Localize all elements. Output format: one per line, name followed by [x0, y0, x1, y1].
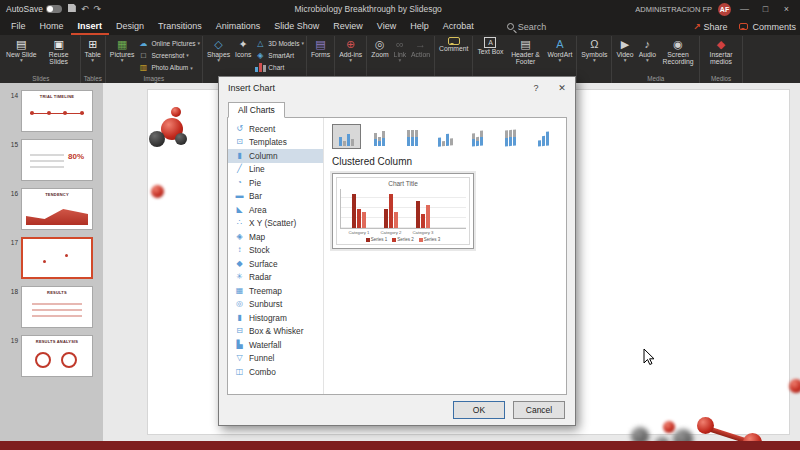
chart-type-area[interactable]: ◣Area: [228, 203, 323, 217]
subtype-stacked-column[interactable]: [365, 124, 394, 149]
chart-type-templates[interactable]: ⊡Templates: [228, 136, 323, 150]
ok-button[interactable]: OK: [453, 401, 505, 419]
chart-type-treemap[interactable]: ▦Treemap: [228, 284, 323, 298]
ribbon-button-shapes[interactable]: ◇Shapes▾: [205, 36, 232, 75]
chart-type-funnel[interactable]: ▽Funnel: [228, 352, 323, 366]
chart-type-bar[interactable]: ▬Bar: [228, 190, 323, 204]
undo-icon[interactable]: ↶: [81, 4, 89, 14]
chart-type-label: Sunburst: [249, 299, 282, 310]
chart-preview[interactable]: Chart Title Category 1Category 2Category…: [332, 173, 474, 249]
chart-type-pie[interactable]: ◔Pie: [228, 176, 323, 190]
ribbon-button-header-footer[interactable]: ▤Header & Footer: [507, 36, 545, 75]
subtype-100%-stacked-column[interactable]: [398, 124, 427, 149]
comments-button[interactable]: Comments: [739, 22, 796, 32]
ribbon-button-3d-models[interactable]: △3D Models▾: [254, 39, 304, 48]
ribbon-button-new-slide[interactable]: ▤New Slide▾: [4, 36, 39, 75]
3d-models-icon: △: [254, 39, 266, 48]
ribbon-tab-transitions[interactable]: Transitions: [151, 18, 209, 35]
chart-type-stock[interactable]: ↕Stock: [228, 244, 323, 258]
ribbon-tab-review[interactable]: Review: [326, 18, 370, 35]
preview-category-label: Category 1: [347, 230, 371, 235]
chart-type-sunburst[interactable]: ◎Sunburst: [228, 298, 323, 312]
avatar[interactable]: AF: [718, 3, 731, 16]
dialog-close-icon[interactable]: ✕: [549, 77, 575, 99]
dialog-title-bar[interactable]: Insert Chart ? ✕: [219, 77, 575, 99]
search-box[interactable]: Search: [507, 18, 547, 35]
subtype-3d-stacked-column[interactable]: [463, 124, 492, 149]
minimize-icon[interactable]: —: [737, 4, 752, 14]
ribbon-button-reuse-slides[interactable]: ▣Reuse Slides: [40, 36, 78, 75]
ribbon-button-photo-album[interactable]: ▥Photo Album▾: [137, 63, 200, 72]
ribbon-tab-insert[interactable]: Insert: [71, 18, 110, 35]
close-icon[interactable]: ×: [779, 4, 794, 14]
chart-type-surface[interactable]: ◆Surface: [228, 257, 323, 271]
cancel-button[interactable]: Cancel: [513, 401, 565, 419]
restore-icon[interactable]: □: [758, 4, 773, 14]
chart-type-label: Treemap: [249, 286, 282, 297]
radar-icon: ✳: [235, 272, 244, 283]
slide-thumbnail-15[interactable]: 80%: [21, 139, 93, 181]
ribbon-button-screen-recording[interactable]: ◉Screen Recording: [659, 36, 697, 75]
ribbon-tab-view[interactable]: View: [370, 18, 403, 35]
ribbon-button-smartart[interactable]: ◈SmartArt: [254, 51, 304, 60]
shapes-icon: ◇: [213, 37, 225, 51]
screenshot-icon: □: [137, 51, 149, 60]
redo-icon[interactable]: ↷: [93, 4, 101, 14]
preview-bar: [421, 214, 425, 228]
autosave-toggle[interactable]: AutoSave: [6, 4, 62, 14]
ribbon-tab-slide-show[interactable]: Slide Show: [267, 18, 326, 35]
ribbon-button-text-box[interactable]: AText Box: [475, 36, 505, 75]
ribbon-button-zoom[interactable]: ◎Zoom: [369, 36, 390, 75]
ribbon-tab-file[interactable]: File: [4, 18, 33, 35]
ribbon-tab-help[interactable]: Help: [403, 18, 436, 35]
ribbon-button-insertar-medios[interactable]: ◆Insertar medios: [702, 36, 740, 75]
chart-type-box-whisker[interactable]: ⊟Box & Whisker: [228, 325, 323, 339]
ribbon-button-comment[interactable]: Comment: [437, 36, 470, 75]
slide-thumbnail-18[interactable]: RESULTS: [21, 286, 93, 328]
ribbon-button-video[interactable]: ▶Video▾: [614, 36, 635, 75]
button-label: Insertar medios: [704, 51, 738, 66]
subtype-3d-clustered-column[interactable]: [431, 124, 460, 149]
subtype-clustered-column[interactable]: [332, 124, 361, 149]
subtype-3d-100%-stacked-column[interactable]: [496, 124, 525, 149]
subtype-3d-column[interactable]: [529, 124, 558, 149]
slide-thumbnail-16[interactable]: TENDENCY: [21, 188, 93, 230]
autosave-label: AutoSave: [6, 4, 43, 14]
insert-chart-dialog: Insert Chart ? ✕ All Charts ↺Recent⊡Temp…: [218, 76, 576, 426]
chart-type-line[interactable]: ╱Line: [228, 163, 323, 177]
ribbon-button-icons[interactable]: ✦Icons: [233, 36, 253, 75]
chart-type-recent[interactable]: ↺Recent: [228, 122, 323, 136]
tab-all-charts[interactable]: All Charts: [228, 102, 285, 118]
chart-type-histogram[interactable]: ▮Histogram: [228, 311, 323, 325]
ribbon-button-wordart[interactable]: AWordArt▾: [546, 36, 575, 75]
slide-thumbnail-17[interactable]: [21, 237, 93, 279]
forms-icon: ▤: [315, 37, 327, 51]
slide-thumbnail-19[interactable]: RESULTS ANALYSIS: [21, 335, 93, 377]
button-label: Forms: [311, 51, 330, 58]
dialog-help-icon[interactable]: ?: [523, 77, 549, 99]
share-button[interactable]: ↗ Share: [693, 22, 728, 32]
ribbon-button-screenshot[interactable]: □Screenshot▾: [137, 51, 200, 60]
ribbon-button-chart[interactable]: Chart: [254, 63, 304, 72]
chart-type-waterfall[interactable]: ▙Waterfall: [228, 338, 323, 352]
ribbon-tab-acrobat[interactable]: Acrobat: [436, 18, 481, 35]
chart-type-column[interactable]: ▮Column: [228, 149, 323, 163]
ribbon-button-table[interactable]: ⊞Table▾: [83, 36, 103, 75]
chart-type-x-y-scatter[interactable]: ∴X Y (Scatter): [228, 217, 323, 231]
ribbon-tab-animations[interactable]: Animations: [209, 18, 268, 35]
chart-type-combo[interactable]: ◫Combo: [228, 365, 323, 379]
chart-type-radar[interactable]: ✳Radar: [228, 271, 323, 285]
ribbon-tab-home[interactable]: Home: [33, 18, 71, 35]
ribbon-button-symbols[interactable]: ΩSymbols▾: [579, 36, 609, 75]
ribbon-button-online-pictures[interactable]: ☁Online Pictures▾: [137, 39, 200, 48]
ribbon-tab-design[interactable]: Design: [109, 18, 151, 35]
ribbon-button-add-ins[interactable]: ⊕Add-ins▾: [337, 36, 364, 75]
ribbon-button-action[interactable]: →Action: [409, 36, 432, 75]
ribbon-button-pictures[interactable]: ▦Pictures▾: [108, 36, 137, 75]
ribbon-button-link[interactable]: ∞Link▾: [392, 36, 408, 75]
save-icon[interactable]: [68, 4, 76, 12]
ribbon-button-forms[interactable]: ▤Forms: [309, 36, 332, 75]
ribbon-button-audio[interactable]: ♪Audio▾: [637, 36, 658, 75]
slide-thumbnail-14[interactable]: TRIAL TIMELINE: [21, 90, 93, 132]
chart-type-map[interactable]: ◈Map: [228, 230, 323, 244]
